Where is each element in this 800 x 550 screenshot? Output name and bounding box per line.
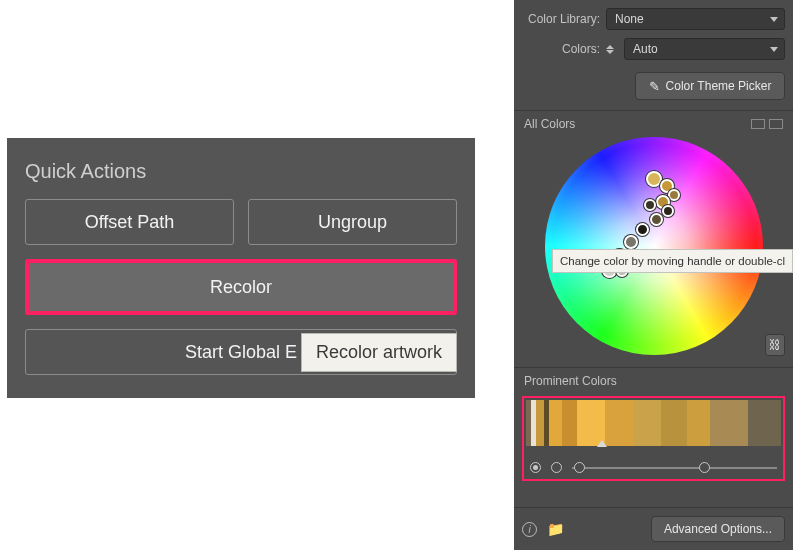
recolor-button[interactable]: Recolor — [25, 259, 457, 315]
prominent-color-swatch[interactable] — [549, 400, 562, 446]
info-icon[interactable]: i — [522, 522, 537, 537]
offset-path-button[interactable]: Offset Path — [25, 199, 234, 245]
color-theme-picker-label: Color Theme Picker — [666, 79, 772, 93]
prominent-colors-section — [522, 396, 785, 481]
prominent-color-swatch[interactable] — [633, 400, 661, 446]
all-colors-heading: All Colors — [524, 117, 575, 131]
folder-icon[interactable]: 📁 — [547, 521, 564, 537]
recolor-tooltip: Recolor artwork — [301, 333, 457, 372]
sort-option-2[interactable] — [551, 462, 562, 473]
quick-actions-title: Quick Actions — [25, 160, 457, 183]
ungroup-button[interactable]: Ungroup — [248, 199, 457, 245]
link-colors-icon[interactable]: ⛓ — [765, 334, 785, 356]
prominent-color-swatch[interactable] — [536, 400, 544, 446]
eyedropper-icon: ✎ — [649, 79, 660, 94]
color-library-label: Color Library: — [522, 12, 600, 26]
strip-handle-icon[interactable] — [526, 446, 781, 456]
color-wheel-tooltip: Change color by moving handle or double-… — [552, 249, 793, 273]
prominent-color-swatch[interactable] — [562, 400, 577, 446]
chevron-down-icon — [770, 17, 778, 22]
advanced-options-button[interactable]: Advanced Options... — [651, 516, 785, 542]
list-view-icon[interactable] — [769, 119, 783, 129]
colors-value: Auto — [633, 42, 658, 56]
quick-actions-panel: Quick Actions Offset Path Ungroup Recolo… — [7, 138, 475, 398]
prominent-colors-heading: Prominent Colors — [524, 374, 617, 388]
prominent-color-swatch[interactable] — [661, 400, 687, 446]
start-global-edit-button[interactable]: Start Global E Recolor artwork — [25, 329, 457, 375]
prominent-color-swatch[interactable] — [748, 400, 781, 446]
start-global-label: Start Global E — [185, 342, 297, 363]
prominent-color-swatch[interactable] — [710, 400, 748, 446]
colors-select[interactable]: Auto — [624, 38, 785, 60]
recolor-artwork-panel: Color Library: None Colors: Auto ✎ Color… — [514, 0, 793, 550]
color-library-value: None — [615, 12, 644, 26]
color-library-select[interactable]: None — [606, 8, 785, 30]
prominent-color-swatch[interactable] — [687, 400, 710, 446]
chevron-down-icon — [770, 47, 778, 52]
prominent-colors-strip[interactable] — [526, 400, 781, 446]
grid-view-icon[interactable] — [751, 119, 765, 129]
sort-option-1[interactable] — [530, 462, 541, 473]
color-theme-picker-button[interactable]: ✎ Color Theme Picker — [635, 72, 785, 100]
prominent-slider[interactable] — [572, 467, 777, 469]
colors-label: Colors: — [522, 42, 600, 56]
colors-stepper[interactable] — [606, 45, 614, 54]
prominent-color-swatch[interactable] — [605, 400, 633, 446]
advanced-options-label: Advanced Options... — [664, 522, 772, 536]
